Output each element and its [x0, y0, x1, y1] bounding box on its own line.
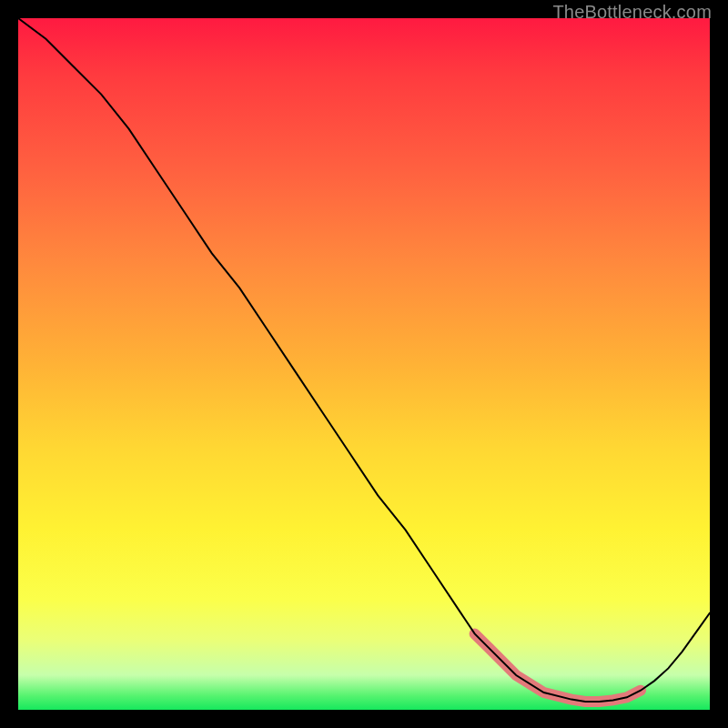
chart-frame: [18, 18, 710, 710]
curve-line: [18, 18, 710, 702]
plot-area: [18, 18, 710, 710]
chart-svg: [18, 18, 710, 710]
highlight-band: [475, 633, 641, 702]
